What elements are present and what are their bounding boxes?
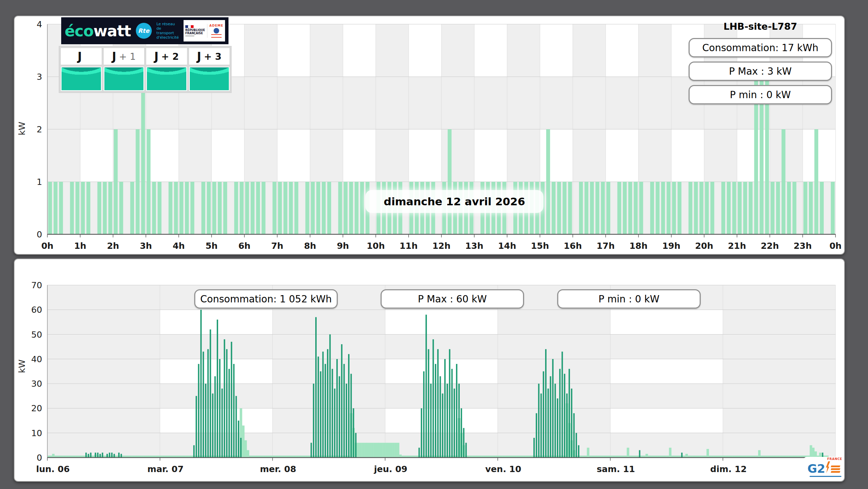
page: { "colors": { "page_bg": "#59595c", "min… [0,0,868,489]
rte-logo-icon: Rte [136,23,152,39]
lightning-bolt-icon [826,461,830,473]
day-button-j3[interactable]: J+ 3 [189,48,230,65]
svg-text:0: 0 [37,229,42,239]
svg-text:0h: 0h [829,241,841,251]
svg-text:11h: 11h [400,241,418,251]
republique-francaise-logo: RÉPUBLIQUE FRANÇAISE [185,25,205,36]
svg-text:mer. 08: mer. 08 [260,464,296,474]
svg-text:dim. 12: dim. 12 [710,464,747,474]
ecowatt-forecast-green-icon[interactable] [61,67,102,91]
svg-text:50: 50 [31,330,42,340]
svg-text:1h: 1h [74,241,86,251]
svg-text:17h: 17h [597,241,615,251]
svg-text:15h: 15h [531,241,549,251]
svg-text:jeu. 09: jeu. 09 [374,464,407,474]
svg-text:16h: 16h [564,241,582,251]
svg-text:3: 3 [37,72,42,82]
site-title: LHB-site-L787 [689,21,832,32]
pmax-badge: P Max : 3 kW [689,62,832,81]
svg-text:2: 2 [37,124,42,134]
gov-badge: RÉPUBLIQUE FRANÇAISE ADEME [184,20,225,41]
svg-text:23h: 23h [794,241,812,251]
svg-text:21h: 21h [728,241,746,251]
consumption-badge-week: Consommation: 1 052 kWh [194,289,338,309]
svg-text:18h: 18h [629,241,648,251]
svg-text:0: 0 [37,453,42,463]
ecowatt-forecast-green-icon[interactable] [104,67,144,91]
g2e-e-icon [831,466,840,473]
french-flag-icon [185,25,194,28]
svg-text:6h: 6h [238,241,250,251]
svg-text:lun. 06: lun. 06 [36,464,69,474]
y-axis-unit-label: kW [17,125,27,135]
forecast-day-selector: J J+ 1 J+ 2 J+ 3 [59,46,232,93]
svg-text:3h: 3h [140,241,152,251]
svg-text:14h: 14h [498,241,516,251]
day-button-j1[interactable]: J+ 1 [104,48,144,65]
g2e-tagline [810,476,841,477]
daily-chart-panel: 012340h1h2h3h4h5h6h7h8h9h10h11h12h13h14h… [14,16,845,255]
svg-text:10h: 10h [367,241,385,251]
date-label: dimanche 12 avril 2026 [365,190,543,213]
svg-text:13h: 13h [465,241,484,251]
svg-text:0h: 0h [41,241,53,251]
ecowatt-logo: écowatt Rte Le réseau de transport d'éle… [61,17,228,44]
svg-text:4: 4 [37,19,42,29]
ecowatt-forecast-green-icon[interactable] [146,67,187,91]
weekly-chart-panel: 010203040506070lun. 06mar. 07mer. 08jeu.… [14,258,845,482]
ademe-globe-icon [214,28,219,34]
svg-text:8h: 8h [304,241,316,251]
svg-text:sam. 11: sam. 11 [597,464,635,474]
ecowatt-wordmark: écowatt [65,22,131,40]
svg-text:30: 30 [31,379,42,389]
consumption-badge: Consommation: 17 kWh [689,38,832,57]
svg-text:9h: 9h [337,241,349,251]
svg-text:2h: 2h [107,241,119,251]
pmin-badge-week: P min : 0 kW [557,289,701,309]
svg-text:4h: 4h [172,241,185,251]
svg-text:70: 70 [31,280,42,290]
svg-text:19h: 19h [662,241,681,251]
svg-text:5h: 5h [205,241,217,251]
day-button-j2[interactable]: J+ 2 [146,48,187,65]
pmin-badge: P min : 0 kW [689,85,832,104]
rte-tagline: Le réseau de transport d'électricité [157,22,179,40]
ademe-logo: ADEME [207,24,224,38]
svg-text:7h: 7h [271,241,283,251]
svg-text:40: 40 [31,354,42,364]
g2e-france-logo: G2 FRANCE [803,457,844,478]
svg-text:20h: 20h [695,241,713,251]
ecowatt-forecast-green-icon[interactable] [189,67,230,91]
svg-text:20: 20 [31,403,42,413]
pmax-badge-week: P Max : 60 kW [381,289,524,309]
svg-text:60: 60 [31,305,42,315]
y-axis-unit-label: kW [17,363,27,373]
svg-text:1: 1 [37,177,42,187]
day-button-j[interactable]: J [61,48,102,65]
svg-text:ven. 10: ven. 10 [485,464,521,474]
svg-text:10: 10 [31,428,42,438]
svg-text:12h: 12h [432,241,451,251]
svg-text:22h: 22h [761,241,779,251]
svg-text:mar. 07: mar. 07 [147,464,184,474]
